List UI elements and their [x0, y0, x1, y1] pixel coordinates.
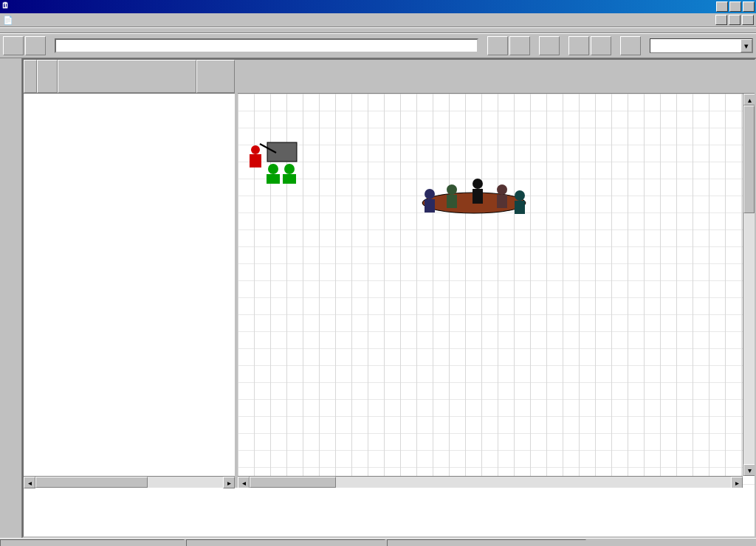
presenter-clipart	[242, 139, 309, 184]
columns-button-2[interactable]	[591, 36, 611, 55]
svg-rect-14	[472, 189, 483, 204]
status-resource	[387, 539, 586, 547]
minimize-button[interactable]	[716, 1, 728, 12]
child-minimize-button[interactable]	[715, 15, 727, 25]
tool-button[interactable]	[620, 36, 641, 55]
svg-rect-18	[515, 201, 525, 214]
child-maximize-button[interactable]	[729, 15, 740, 25]
titlebar: 🗓	[0, 0, 756, 13]
menubar: 📄	[0, 13, 756, 27]
columns-button-1[interactable]	[568, 36, 589, 55]
id-column-header[interactable]	[37, 60, 58, 93]
statusbar	[0, 538, 756, 546]
scroll-left-icon[interactable]: ◂	[238, 477, 250, 488]
toolbar-main	[0, 27, 756, 33]
child-close-button[interactable]	[742, 15, 754, 25]
svg-point-11	[447, 184, 457, 195]
svg-point-17	[515, 190, 525, 201]
app-icon: 🗓	[1, 1, 13, 13]
name-column-header[interactable]	[58, 60, 196, 93]
status-project	[0, 539, 185, 547]
scroll-right-icon[interactable]: ▸	[223, 477, 235, 488]
svg-point-2	[251, 145, 260, 154]
maximize-button[interactable]	[729, 1, 741, 12]
gantt-vscroll[interactable]: ▴ ▾	[743, 94, 755, 476]
duration-column-header[interactable]	[196, 60, 235, 93]
gantt-hscroll[interactable]: ◂ ▸	[238, 476, 743, 488]
svg-rect-10	[425, 199, 435, 212]
svg-rect-3	[250, 154, 261, 167]
scroll-left-icon[interactable]: ◂	[24, 477, 35, 488]
scroll-down-icon[interactable]: ▾	[743, 464, 755, 476]
workspace: ◂ ▸	[0, 58, 756, 538]
svg-point-13	[472, 179, 483, 189]
chevron-down-icon[interactable]: ▾	[740, 39, 752, 52]
svg-point-6	[284, 164, 295, 174]
indent-button[interactable]	[509, 36, 530, 55]
svg-rect-7	[283, 174, 296, 184]
status-task	[186, 539, 385, 547]
gantt-chart: ▴ ▾ ◂ ▸	[238, 60, 755, 488]
doc-icon: 📄	[3, 15, 13, 25]
accept-edit-button[interactable]	[25, 36, 46, 55]
meeting-clipart	[408, 173, 540, 225]
expand-column-header[interactable]	[24, 60, 37, 93]
autosum-button[interactable]	[539, 36, 560, 55]
task-grid: ◂ ▸	[24, 60, 238, 488]
view-bar	[0, 58, 22, 538]
task-grid-header	[24, 60, 235, 94]
view-combo[interactable]: ▾	[650, 38, 753, 53]
svg-rect-16	[497, 195, 507, 208]
close-button[interactable]	[743, 1, 755, 12]
document-area: ◂ ▸	[22, 58, 756, 538]
svg-rect-0	[267, 142, 297, 162]
formula-input[interactable]	[55, 38, 478, 53]
toolbar-formula: ▾	[0, 33, 756, 58]
task-hscroll[interactable]: ◂ ▸	[24, 476, 235, 488]
svg-point-4	[268, 164, 278, 174]
svg-rect-5	[267, 174, 280, 184]
svg-rect-12	[447, 195, 457, 208]
gantt-header	[238, 60, 755, 94]
gantt-body[interactable]	[238, 94, 755, 488]
scroll-right-icon[interactable]: ▸	[731, 477, 743, 488]
svg-point-9	[425, 189, 435, 199]
svg-point-15	[497, 184, 507, 195]
outdent-button[interactable]	[487, 36, 508, 55]
cancel-edit-button[interactable]	[3, 36, 24, 55]
scroll-up-icon[interactable]: ▴	[743, 94, 755, 106]
